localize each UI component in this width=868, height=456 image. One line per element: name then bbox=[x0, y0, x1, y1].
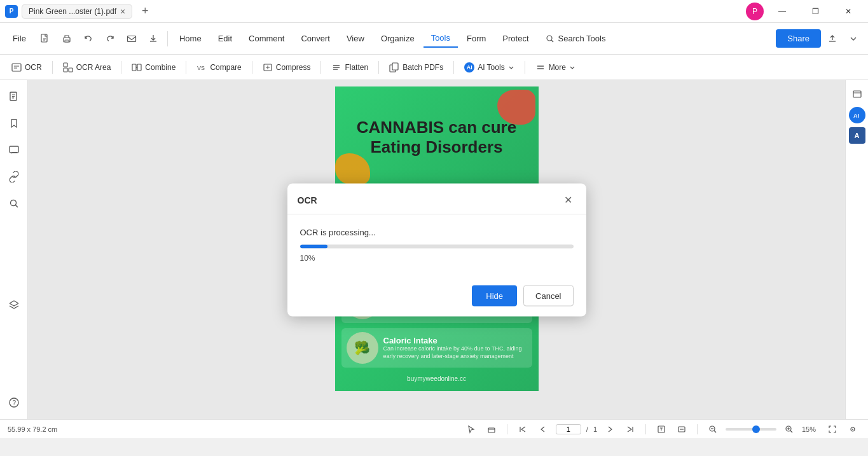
tab-label: Pink Green ...oster (1).pdf bbox=[29, 7, 116, 16]
svg-rect-7 bbox=[69, 68, 72, 72]
first-page-btn[interactable] bbox=[515, 422, 530, 437]
flatten-btn[interactable]: Flatten bbox=[325, 59, 375, 76]
pdf-top-section: CANNABIS can cure Eating Disorders bbox=[335, 86, 539, 188]
zoom-slider[interactable] bbox=[726, 428, 776, 431]
sidebar-layers-icon[interactable] bbox=[3, 292, 25, 315]
print-btn[interactable] bbox=[57, 30, 77, 48]
svg-point-28 bbox=[852, 429, 853, 430]
view-options-btn[interactable] bbox=[845, 422, 860, 437]
compress-btn[interactable]: Compress bbox=[256, 59, 317, 76]
nav-view[interactable]: View bbox=[339, 30, 372, 47]
main-toolbar: File Home Edit Comment Convert View Orga… bbox=[0, 23, 868, 55]
svg-rect-2 bbox=[65, 40, 69, 42]
right-panel-word-icon[interactable]: A bbox=[849, 127, 865, 144]
subtool-sep7 bbox=[453, 61, 454, 74]
ocr-hide-btn[interactable]: Hide bbox=[472, 285, 517, 306]
page-separator: / bbox=[586, 425, 588, 433]
ocr-dialog-footer: Hide Cancel bbox=[287, 279, 586, 316]
undo-btn[interactable] bbox=[78, 30, 99, 48]
email-btn[interactable] bbox=[121, 30, 142, 48]
pdf-row2-title: Caloric Intake bbox=[383, 336, 527, 345]
right-panel-settings-icon[interactable] bbox=[848, 85, 866, 103]
cursor-tool-btn[interactable] bbox=[464, 422, 479, 437]
svg-rect-0 bbox=[41, 34, 47, 42]
sub-toolbar: OCR OCR Area Combine VS Compare Compress… bbox=[0, 55, 868, 80]
next-page-btn[interactable] bbox=[602, 422, 617, 437]
add-tab-btn[interactable]: + bbox=[136, 3, 154, 20]
subtool-sep4 bbox=[252, 61, 252, 74]
nav-convert[interactable]: Convert bbox=[293, 30, 338, 47]
zoom-thumb bbox=[752, 425, 760, 433]
pdf-row2: 🥦 Caloric Intake Can increase caloric in… bbox=[341, 328, 532, 368]
prev-page-btn[interactable] bbox=[535, 422, 551, 437]
share-btn[interactable]: Share bbox=[776, 29, 821, 48]
subtool-sep2 bbox=[121, 61, 121, 74]
page-input[interactable] bbox=[556, 424, 581, 434]
ocr-cancel-btn[interactable]: Cancel bbox=[523, 285, 573, 306]
sidebar-link-icon[interactable] bbox=[3, 165, 25, 188]
ocr-dialog-title: OCR bbox=[298, 195, 317, 205]
page-total: 1 bbox=[593, 425, 597, 433]
svg-rect-6 bbox=[64, 63, 67, 67]
nav-comment[interactable]: Comment bbox=[241, 30, 292, 47]
ocr-dialog-body: OCR is processing... 10% bbox=[287, 214, 586, 279]
zoom-in-btn[interactable] bbox=[782, 422, 797, 437]
window-minimize-btn[interactable]: — bbox=[768, 0, 797, 23]
profile-icon[interactable]: P bbox=[746, 3, 764, 20]
pdf-row2-icon: 🥦 bbox=[347, 332, 378, 364]
window-close-btn[interactable]: ✕ bbox=[834, 0, 863, 23]
nav-form[interactable]: Form bbox=[459, 30, 493, 47]
ai-tools-btn[interactable]: AI AI Tools bbox=[458, 59, 520, 76]
nav-organize[interactable]: Organize bbox=[373, 30, 422, 47]
select-tool-btn[interactable] bbox=[484, 422, 499, 437]
subtool-sep1 bbox=[52, 61, 53, 74]
ocr-close-btn[interactable]: ✕ bbox=[561, 192, 576, 207]
redo-btn[interactable] bbox=[100, 30, 120, 48]
pdf-footer: buymyweedonline.cc bbox=[341, 373, 532, 385]
main-layout: ? CANNABIS can cure Eating Disorders 🥗 bbox=[0, 80, 868, 419]
subtool-sep6 bbox=[378, 61, 379, 74]
nav-tools[interactable]: Tools bbox=[424, 29, 458, 48]
sidebar-page-icon[interactable] bbox=[3, 85, 25, 108]
ocr-area-btn[interactable]: OCR Area bbox=[57, 59, 118, 76]
sidebar-bookmark-icon[interactable] bbox=[3, 112, 25, 135]
download-btn[interactable] bbox=[143, 30, 163, 48]
zoom-out-btn[interactable] bbox=[705, 422, 720, 437]
compare-btn[interactable]: VS Compare bbox=[190, 59, 247, 76]
close-tab-btn[interactable]: × bbox=[120, 7, 125, 16]
nav-edit[interactable]: Edit bbox=[210, 30, 240, 47]
right-panel-ai-icon[interactable]: AI bbox=[849, 107, 865, 123]
more-btn[interactable]: More bbox=[529, 59, 582, 76]
pdf-title: CANNABIS can cure Eating Disorders bbox=[350, 111, 523, 163]
nav-protect[interactable]: Protect bbox=[495, 30, 536, 47]
nav-home[interactable]: Home bbox=[172, 30, 209, 47]
file-tab[interactable]: Pink Green ...oster (1).pdf × bbox=[22, 4, 132, 19]
right-panel: AI A bbox=[845, 80, 868, 419]
nav-search-tools[interactable]: Search Tools bbox=[538, 30, 614, 47]
svg-text:?: ? bbox=[12, 399, 16, 406]
sidebar-search-icon[interactable] bbox=[3, 192, 25, 215]
canvas-area: CANNABIS can cure Eating Disorders 🥗 Ref… bbox=[28, 80, 845, 419]
upload-btn[interactable] bbox=[822, 30, 843, 48]
collapse-btn[interactable] bbox=[844, 31, 863, 47]
batch-pdfs-btn[interactable]: Batch PDFs bbox=[383, 59, 450, 76]
svg-rect-14 bbox=[392, 63, 398, 70]
svg-rect-9 bbox=[132, 64, 136, 71]
last-page-btn[interactable] bbox=[623, 422, 638, 437]
sidebar-comment-icon[interactable] bbox=[3, 139, 25, 162]
svg-rect-3 bbox=[127, 36, 135, 41]
app-icon: P bbox=[5, 5, 18, 18]
window-restore-btn[interactable]: ❐ bbox=[801, 0, 830, 23]
new-btn[interactable] bbox=[35, 30, 55, 48]
fit-width-btn[interactable] bbox=[674, 422, 689, 437]
sidebar-help-icon[interactable]: ? bbox=[3, 391, 25, 414]
ocr-btn[interactable]: OCR bbox=[5, 59, 48, 76]
svg-rect-8 bbox=[64, 68, 67, 72]
fit-page-btn[interactable] bbox=[654, 422, 669, 437]
left-sidebar: ? bbox=[0, 80, 28, 419]
file-menu[interactable]: File bbox=[5, 30, 34, 47]
fullscreen-btn[interactable] bbox=[825, 422, 840, 437]
progress-bar-fill bbox=[300, 244, 327, 248]
svg-rect-5 bbox=[12, 64, 21, 71]
combine-btn[interactable]: Combine bbox=[125, 59, 182, 76]
